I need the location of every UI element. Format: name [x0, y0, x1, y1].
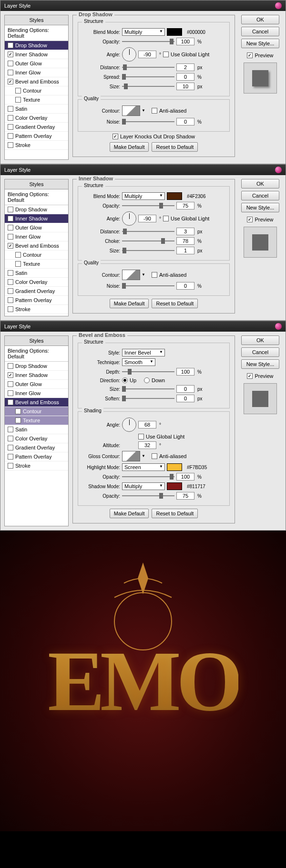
checkbox-icon[interactable]	[8, 133, 13, 139]
blend-mode-select[interactable]: Multiply	[122, 192, 165, 200]
sidebar-item-satin[interactable]: Satin	[5, 105, 68, 114]
new-style-button[interactable]: New Style...	[241, 359, 279, 369]
opacity-input[interactable]: 75	[176, 202, 194, 209]
antialiased-checkbox[interactable]	[152, 453, 157, 459]
sidebar-item-texture[interactable]: Texture	[5, 260, 68, 269]
blending-options[interactable]: Blending Options: Default	[5, 346, 68, 362]
checkbox-icon[interactable]	[15, 261, 21, 267]
noise-slider[interactable]	[122, 118, 174, 125]
checkbox-icon[interactable]	[8, 61, 13, 66]
distance-input[interactable]: 2	[176, 63, 194, 71]
sidebar-item-contour[interactable]: Contour	[5, 86, 68, 95]
direction-up-radio[interactable]	[122, 377, 128, 383]
checkbox-icon[interactable]	[8, 216, 13, 221]
sidebar-item-texture[interactable]: Texture	[5, 95, 68, 105]
sidebar-item-inner-shadow[interactable]: Inner Shadow	[5, 50, 68, 59]
checkbox-icon[interactable]	[8, 234, 13, 240]
shadow-color-swatch[interactable]	[167, 482, 182, 490]
angle-input[interactable]: 68	[138, 421, 156, 429]
checkbox-icon[interactable]	[8, 427, 13, 432]
cancel-button[interactable]: Cancel	[241, 347, 279, 357]
opacity-slider[interactable]	[122, 38, 174, 45]
sidebar-item-color-overlay[interactable]: Color Overlay	[5, 278, 68, 287]
highlight-opacity-slider[interactable]	[122, 473, 174, 480]
sidebar-item-drop-shadow[interactable]: Drop Shadow	[5, 41, 68, 50]
direction-down-radio[interactable]	[144, 377, 150, 383]
highlight-color-swatch[interactable]	[167, 463, 182, 471]
sidebar-item-outer-glow[interactable]: Outer Glow	[5, 380, 68, 389]
ok-button[interactable]: OK	[241, 335, 279, 345]
checkbox-icon[interactable]	[15, 408, 21, 414]
sidebar-item-inner-shadow[interactable]: Inner Shadow	[5, 371, 68, 380]
sidebar-item-bevel-emboss[interactable]: Bevel and Emboss	[5, 241, 68, 251]
checkbox-icon[interactable]	[8, 279, 13, 285]
sidebar-item-gradient-overlay[interactable]: Gradient Overlay	[5, 443, 68, 452]
global-light-checkbox[interactable]	[163, 52, 169, 57]
style-select[interactable]: Inner Bevel	[122, 349, 165, 356]
checkbox-icon[interactable]	[8, 243, 13, 249]
checkbox-icon[interactable]	[8, 52, 13, 57]
depth-input[interactable]: 100	[176, 368, 194, 376]
sidebar-item-inner-shadow[interactable]: Inner Shadow	[5, 214, 68, 223]
sidebar-item-stroke[interactable]: Stroke	[5, 461, 68, 471]
preview-checkbox[interactable]	[247, 217, 253, 222]
distance-slider[interactable]	[122, 228, 174, 235]
sidebar-item-drop-shadow[interactable]: Drop Shadow	[5, 362, 68, 371]
checkbox-icon[interactable]	[8, 42, 13, 48]
contour-picker[interactable]	[122, 270, 140, 280]
blend-mode-select[interactable]: Multiply	[122, 28, 165, 36]
sidebar-item-contour[interactable]: Contour	[5, 407, 68, 416]
new-style-button[interactable]: New Style...	[241, 39, 279, 48]
shadow-mode-select[interactable]: Multiply	[122, 482, 165, 490]
sidebar-item-gradient-overlay[interactable]: Gradient Overlay	[5, 123, 68, 132]
cancel-button[interactable]: Cancel	[241, 191, 279, 200]
angle-dial[interactable]	[122, 211, 136, 226]
new-style-button[interactable]: New Style...	[241, 203, 279, 212]
sidebar-item-color-overlay[interactable]: Color Overlay	[5, 114, 68, 123]
checkbox-icon[interactable]	[8, 381, 13, 387]
noise-input[interactable]: 0	[176, 282, 194, 290]
antialiased-checkbox[interactable]	[152, 108, 157, 114]
preview-checkbox[interactable]	[247, 52, 253, 58]
cancel-button[interactable]: Cancel	[241, 27, 279, 36]
sidebar-item-color-overlay[interactable]: Color Overlay	[5, 434, 68, 443]
technique-select[interactable]: Smooth	[122, 358, 155, 366]
size-input[interactable]: 1	[176, 247, 194, 254]
ok-button[interactable]: OK	[241, 179, 279, 188]
size-input[interactable]: 0	[176, 385, 194, 393]
checkbox-icon[interactable]	[8, 79, 13, 84]
checkbox-icon[interactable]	[8, 372, 13, 378]
opacity-slider[interactable]	[122, 202, 174, 209]
highlight-opacity-input[interactable]: 100	[176, 473, 194, 481]
size-input[interactable]: 10	[176, 83, 194, 90]
checkbox-icon[interactable]	[8, 288, 13, 294]
reset-default-button[interactable]: Reset to Default	[152, 142, 198, 152]
sidebar-item-contour[interactable]: Contour	[5, 251, 68, 260]
distance-input[interactable]: 3	[176, 228, 194, 235]
checkbox-icon[interactable]	[8, 454, 13, 460]
checkbox-icon[interactable]	[15, 252, 21, 258]
angle-dial[interactable]	[122, 47, 136, 62]
checkbox-icon[interactable]	[8, 436, 13, 441]
reset-default-button[interactable]: Reset to Default	[152, 299, 198, 308]
sidebar-item-inner-glow[interactable]: Inner Glow	[5, 68, 68, 77]
sidebar-item-texture[interactable]: Texture	[5, 416, 68, 425]
sidebar-item-outer-glow[interactable]: Outer Glow	[5, 223, 68, 232]
sidebar-item-outer-glow[interactable]: Outer Glow	[5, 59, 68, 68]
make-default-button[interactable]: Make Default	[110, 142, 149, 152]
opacity-input[interactable]: 100	[176, 38, 194, 45]
checkbox-icon[interactable]	[8, 306, 13, 312]
noise-input[interactable]: 0	[176, 118, 194, 125]
spread-input[interactable]: 0	[176, 73, 194, 81]
antialiased-checkbox[interactable]	[152, 272, 157, 278]
shadow-opacity-slider[interactable]	[122, 492, 174, 499]
altitude-input[interactable]: 32	[138, 441, 156, 449]
sidebar-item-inner-glow[interactable]: Inner Glow	[5, 232, 68, 241]
gloss-contour-picker[interactable]	[122, 451, 140, 461]
sidebar-item-pattern-overlay[interactable]: Pattern Overlay	[5, 452, 68, 461]
size-slider[interactable]	[122, 247, 174, 254]
angle-input[interactable]: -90	[138, 215, 156, 222]
checkbox-icon[interactable]	[8, 363, 13, 369]
size-slider[interactable]	[122, 386, 174, 392]
angle-input[interactable]: -90	[138, 51, 156, 58]
